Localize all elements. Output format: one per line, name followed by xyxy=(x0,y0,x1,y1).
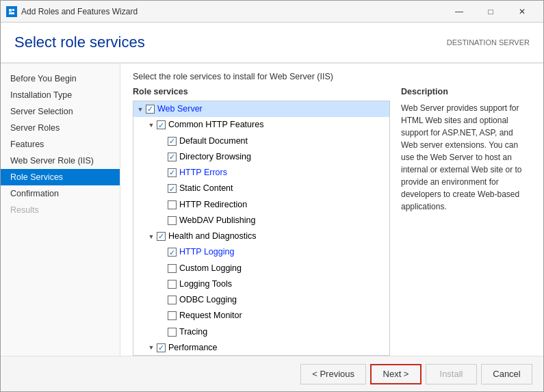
expand-icon-web-server[interactable]: ▼ xyxy=(136,105,144,114)
tree-item-webdav[interactable]: WebDAV Publishing xyxy=(133,213,389,228)
content-instruction: Select the role services to install for … xyxy=(120,64,543,87)
checkbox-webdav[interactable] xyxy=(168,216,177,225)
svg-rect-2 xyxy=(12,9,14,11)
footer: < Previous Next > Install Cancel xyxy=(1,356,543,391)
tree-item-dir-browsing[interactable]: Directory Browsing xyxy=(133,149,389,165)
sidebar-item-role-services[interactable]: Role Services xyxy=(1,169,120,185)
content-body: Role services ▼ Web Server ▼ Common H xyxy=(120,87,543,356)
sidebar-item-features[interactable]: Features xyxy=(1,136,120,153)
description-label: Description xyxy=(401,87,531,96)
tree-item-custom-logging[interactable]: Custom Logging xyxy=(133,261,389,276)
checkbox-health-diag[interactable] xyxy=(157,232,166,241)
expand-icon-custom-logging xyxy=(158,264,166,272)
header-area: Select role services DESTINATION SERVER xyxy=(1,23,543,63)
tree-item-http-redirect[interactable]: HTTP Redirection xyxy=(133,197,389,213)
tree-container[interactable]: ▼ Web Server ▼ Common HTTP Features xyxy=(133,101,390,356)
tree-item-http-errors[interactable]: HTTP Errors xyxy=(133,165,389,181)
expand-icon-logging-tools xyxy=(158,280,166,288)
tree-item-odbc-logging[interactable]: ODBC Logging xyxy=(133,292,389,308)
expand-icon-default-doc xyxy=(158,137,166,145)
expand-icon-odbc-logging xyxy=(158,296,166,304)
label-performance: Performance xyxy=(168,341,218,355)
sidebar: Before You Begin Installation Type Serve… xyxy=(1,64,120,356)
label-custom-logging: Custom Logging xyxy=(179,261,242,276)
next-button[interactable]: Next > xyxy=(370,364,422,384)
window-title: Add Roles and Features Wizard xyxy=(21,7,443,16)
sidebar-item-server-selection[interactable]: Server Selection xyxy=(1,103,120,120)
sidebar-item-results: Results xyxy=(1,202,120,218)
description-text: Web Server provides support for HTML Web… xyxy=(401,102,531,213)
expand-icon-static-content xyxy=(158,185,166,193)
label-http-redirect: HTTP Redirection xyxy=(179,198,247,212)
label-odbc-logging: ODBC Logging xyxy=(179,293,237,307)
tree-item-tracing[interactable]: Tracing xyxy=(133,324,389,340)
tree-item-static-content[interactable]: Static Content xyxy=(133,181,389,196)
label-logging-tools: Logging Tools xyxy=(179,277,232,291)
svg-rect-3 xyxy=(9,12,14,14)
label-dir-browsing: Directory Browsing xyxy=(179,150,251,164)
sidebar-item-confirmation[interactable]: Confirmation xyxy=(1,185,120,202)
close-button[interactable]: ✕ xyxy=(506,5,538,18)
checkbox-http-redirect[interactable] xyxy=(168,200,177,209)
expand-icon-dir-browsing xyxy=(158,153,166,161)
checkbox-default-doc[interactable] xyxy=(168,137,177,146)
checkbox-tracing[interactable] xyxy=(168,328,177,337)
expand-icon-common-http[interactable]: ▼ xyxy=(147,121,155,129)
checkbox-common-http[interactable] xyxy=(157,120,166,129)
tree-item-common-http[interactable]: ▼ Common HTTP Features xyxy=(133,117,389,133)
sidebar-item-server-roles[interactable]: Server Roles xyxy=(1,120,120,136)
expand-icon-req-monitor xyxy=(158,312,166,320)
sidebar-item-before-you-begin[interactable]: Before You Begin xyxy=(1,70,120,87)
tree-item-logging-tools[interactable]: Logging Tools xyxy=(133,276,389,292)
label-default-doc: Default Document xyxy=(179,134,248,148)
main-content: Select the role services to install for … xyxy=(120,64,543,356)
destination-server-label: DESTINATION SERVER xyxy=(447,38,530,47)
label-http-logging: HTTP Logging xyxy=(179,245,234,259)
checkbox-req-monitor[interactable] xyxy=(168,311,177,320)
main-layout: Before You Begin Installation Type Serve… xyxy=(1,64,543,356)
expand-icon-webdav xyxy=(158,216,166,224)
label-req-monitor: Request Monitor xyxy=(179,309,242,323)
role-services-label: Role services xyxy=(133,87,390,96)
previous-button[interactable]: < Previous xyxy=(300,364,366,384)
label-static-content: Static Content xyxy=(179,181,233,196)
svg-rect-1 xyxy=(9,9,12,12)
tree-item-performance[interactable]: ▼ Performance xyxy=(133,340,389,356)
maximize-button[interactable]: □ xyxy=(475,5,506,18)
window: Add Roles and Features Wizard — □ ✕ Sele… xyxy=(0,0,544,392)
role-services-panel: Role services ▼ Web Server ▼ Common H xyxy=(133,87,390,356)
page-title: Select role services xyxy=(14,34,145,51)
app-icon xyxy=(6,6,17,17)
title-bar: Add Roles and Features Wizard — □ ✕ xyxy=(1,1,543,23)
expand-icon-http-errors xyxy=(158,169,166,177)
checkbox-odbc-logging[interactable] xyxy=(168,296,177,304)
checkbox-static-content[interactable] xyxy=(168,184,177,193)
checkbox-dir-browsing[interactable] xyxy=(168,153,177,161)
minimize-button[interactable]: — xyxy=(443,5,475,18)
tree-item-web-server[interactable]: ▼ Web Server xyxy=(133,101,389,117)
label-webdav: WebDAV Publishing xyxy=(179,213,255,228)
checkbox-http-logging[interactable] xyxy=(168,248,177,257)
label-web-server: Web Server xyxy=(157,102,203,116)
checkbox-http-errors[interactable] xyxy=(168,168,177,177)
expand-icon-http-redirect xyxy=(158,200,166,209)
checkbox-web-server[interactable] xyxy=(146,105,155,114)
checkbox-logging-tools[interactable] xyxy=(168,280,177,289)
tree-item-http-logging[interactable]: HTTP Logging xyxy=(133,244,389,260)
tree-item-req-monitor[interactable]: Request Monitor xyxy=(133,308,389,324)
sidebar-item-installation-type[interactable]: Installation Type xyxy=(1,87,120,103)
window-controls: — □ ✕ xyxy=(443,5,538,18)
label-http-errors: HTTP Errors xyxy=(179,166,227,180)
top-area: Select role services DESTINATION SERVER xyxy=(1,23,543,64)
expand-icon-performance[interactable]: ▼ xyxy=(147,343,155,352)
checkbox-performance[interactable] xyxy=(157,343,166,352)
tree-item-default-doc[interactable]: Default Document xyxy=(133,133,389,149)
checkbox-custom-logging[interactable] xyxy=(168,264,177,273)
sidebar-item-web-server-role[interactable]: Web Server Role (IIS) xyxy=(1,153,120,169)
svg-rect-0 xyxy=(8,8,16,16)
label-common-http: Common HTTP Features xyxy=(168,118,263,132)
tree-item-health-diag[interactable]: ▼ Health and Diagnostics xyxy=(133,228,389,244)
expand-icon-tracing xyxy=(158,328,166,336)
cancel-button[interactable]: Cancel xyxy=(481,364,532,384)
expand-icon-health-diag[interactable]: ▼ xyxy=(147,233,155,241)
